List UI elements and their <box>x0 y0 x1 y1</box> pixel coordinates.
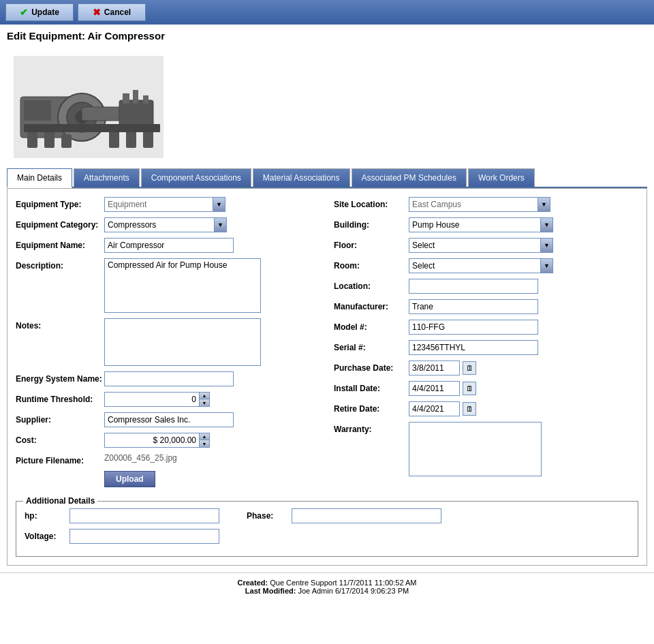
equipment-type-row: Equipment Type: ▼ <box>16 197 320 212</box>
supplier-input[interactable] <box>104 412 234 427</box>
tabs: Main Details Attachments Component Assoc… <box>7 168 647 188</box>
retire-date-calendar-icon[interactable]: 🗓 <box>463 402 476 416</box>
svg-rect-8 <box>133 90 138 104</box>
phase-label: Phase: <box>247 511 287 521</box>
floor-select[interactable]: Select <box>409 238 541 253</box>
room-row: Room: Select ▼ <box>334 258 638 273</box>
equipment-name-row: Equipment Name: <box>16 238 320 253</box>
site-location-label: Site Location: <box>334 197 409 209</box>
notes-label: Notes: <box>16 318 104 331</box>
retire-date-label: Retire Date: <box>334 401 409 414</box>
room-select[interactable]: Select <box>409 258 541 273</box>
energy-system-name-label: Energy System Name: <box>16 371 104 384</box>
equipment-category-arrow[interactable]: ▼ <box>215 217 227 232</box>
tab-component-associations[interactable]: Component Associations <box>141 168 251 187</box>
voltage-label: Voltage: <box>25 532 65 541</box>
cost-input[interactable] <box>104 433 200 448</box>
serial-input[interactable] <box>409 340 538 355</box>
svg-rect-10 <box>27 131 37 148</box>
content-area: Equipment Type: ▼ Equipment Category: Co… <box>7 188 647 566</box>
tab-main-details[interactable]: Main Details <box>7 168 72 188</box>
hp-group: hp: <box>25 508 219 523</box>
runtime-threshold-input[interactable] <box>104 392 200 407</box>
equipment-image-area <box>0 46 654 168</box>
site-location-arrow[interactable]: ▼ <box>538 197 550 212</box>
warranty-textarea[interactable] <box>409 422 542 476</box>
warranty-label: Warranty: <box>334 422 409 434</box>
upload-button[interactable]: Upload <box>104 471 155 487</box>
site-location-input <box>409 197 538 212</box>
form-columns: Equipment Type: ▼ Equipment Category: Co… <box>16 197 638 493</box>
runtime-threshold-spinner-wrap: ▲ ▼ <box>104 392 210 407</box>
tab-work-orders[interactable]: Work Orders <box>468 168 535 187</box>
update-button[interactable]: ✔ Update <box>5 3 74 21</box>
notes-textarea[interactable] <box>104 318 261 366</box>
runtime-threshold-up[interactable]: ▲ <box>200 393 209 399</box>
building-label: Building: <box>334 217 409 230</box>
room-arrow[interactable]: ▼ <box>541 258 553 273</box>
description-row: Description: <box>16 258 320 313</box>
install-date-row: Install Date: 🗓 <box>334 381 638 396</box>
install-date-input[interactable] <box>409 381 460 396</box>
left-column: Equipment Type: ▼ Equipment Category: Co… <box>16 197 320 493</box>
manufacturer-input[interactable] <box>409 299 538 314</box>
page-footer: Created: Que Centre Support 11/7/2011 11… <box>0 572 654 600</box>
equipment-type-label: Equipment Type: <box>16 197 104 209</box>
manufacturer-label: Manufacturer: <box>334 299 409 311</box>
runtime-threshold-spinners: ▲ ▼ <box>200 392 210 407</box>
building-select[interactable]: Pump House <box>409 217 541 232</box>
cost-up[interactable]: ▲ <box>200 433 209 440</box>
floor-dropdown-wrap: Select ▼ <box>409 238 553 253</box>
equipment-category-dropdown-wrap: Compressors ▼ <box>104 217 227 232</box>
purchase-date-calendar-icon[interactable]: 🗓 <box>463 361 476 375</box>
floor-arrow[interactable]: ▼ <box>541 238 553 253</box>
building-arrow[interactable]: ▼ <box>541 217 553 232</box>
manufacturer-row: Manufacturer: <box>334 299 638 314</box>
equipment-name-input[interactable] <box>104 238 234 253</box>
last-modified-label: Last Modified: <box>245 587 296 595</box>
equipment-type-dropdown-wrap: ▼ <box>104 197 225 212</box>
model-input[interactable] <box>409 320 538 335</box>
x-icon: ✖ <box>93 7 101 18</box>
equipment-category-select[interactable]: Compressors <box>104 217 215 232</box>
location-label: Location: <box>334 279 409 291</box>
hp-phase-row: hp: Phase: <box>25 508 629 523</box>
runtime-threshold-label: Runtime Threshold: <box>16 392 104 404</box>
energy-system-name-input[interactable] <box>104 371 234 386</box>
model-row: Model #: <box>334 320 638 335</box>
page-title: Edit Equipment: Air Compressor <box>0 25 654 46</box>
hp-label: hp: <box>25 511 65 521</box>
description-textarea[interactable] <box>104 258 261 313</box>
supplier-row: Supplier: <box>16 412 320 427</box>
purchase-date-input[interactable] <box>409 361 460 375</box>
cancel-button[interactable]: ✖ Cancel <box>78 3 146 21</box>
phase-input[interactable] <box>292 508 441 523</box>
runtime-threshold-down[interactable]: ▼ <box>200 399 209 406</box>
hp-input[interactable] <box>69 508 219 523</box>
voltage-input[interactable] <box>69 529 219 544</box>
check-icon: ✔ <box>20 7 28 18</box>
tab-attachments[interactable]: Attachments <box>74 168 140 187</box>
cost-spinner-wrap: ▲ ▼ <box>104 433 210 448</box>
room-label: Room: <box>334 258 409 271</box>
building-dropdown-wrap: Pump House ▼ <box>409 217 553 232</box>
tab-material-associations[interactable]: Material Associations <box>253 168 350 187</box>
notes-row: Notes: <box>16 318 320 366</box>
additional-details-legend: Additional Details <box>23 496 97 506</box>
svg-rect-1 <box>24 100 51 121</box>
site-location-row: Site Location: ▼ <box>334 197 638 212</box>
cost-down[interactable]: ▼ <box>200 440 209 447</box>
install-date-calendar-icon[interactable]: 🗓 <box>463 382 476 395</box>
equipment-type-arrow[interactable]: ▼ <box>213 197 225 212</box>
purchase-date-wrap: 🗓 <box>409 361 476 375</box>
svg-rect-16 <box>24 124 160 132</box>
equipment-category-label: Equipment Category: <box>16 217 104 230</box>
retire-date-wrap: 🗓 <box>409 401 476 416</box>
location-input[interactable] <box>409 279 538 294</box>
retire-date-input[interactable] <box>409 401 460 416</box>
cost-spinners: ▲ ▼ <box>200 433 210 448</box>
created-value: Que Centre Support 11/7/2011 11:00:52 AM <box>270 579 416 587</box>
tab-associated-pm-schedules[interactable]: Associated PM Schedules <box>352 168 467 187</box>
svg-rect-12 <box>61 134 72 148</box>
svg-rect-5 <box>82 107 123 121</box>
